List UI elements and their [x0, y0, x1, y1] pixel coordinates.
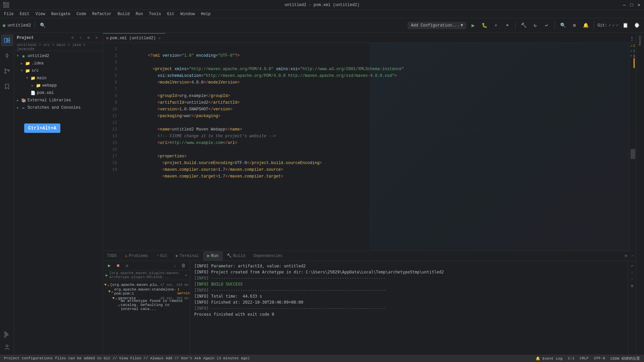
run-panel-header: ▶ ■ ↺ ↓ 🗑: [103, 261, 190, 270]
tree-item-pom[interactable]: 📄 pom.xml: [14, 89, 103, 97]
panel-minimize-btn[interactable]: —: [629, 253, 636, 259]
tree-item-idea[interactable]: ▶ 📁 .idea: [14, 60, 103, 67]
menu-item-view[interactable]: View: [33, 11, 48, 17]
sidebar-icon-structure[interactable]: [1, 328, 13, 341]
scrollbar-thumb[interactable]: [631, 149, 635, 159]
tab-git[interactable]: ⑂ Git: [153, 251, 172, 261]
tree-item-ext-libs[interactable]: ▶ 📚 External Libraries: [14, 97, 103, 104]
maximize-button[interactable]: □: [629, 3, 634, 7]
tree-item-main[interactable]: ▼ 📁 main: [14, 74, 103, 82]
run-rerun-btn[interactable]: ↺: [123, 262, 130, 269]
tab-run[interactable]: ▶ Run: [203, 251, 223, 261]
menu-item-code[interactable]: Code: [74, 11, 89, 17]
run-sidebar: ▶ ■ ↺ ↓ 🗑 ▶ [org.apache.maven.plugins:ma…: [103, 261, 190, 355]
tree-arrow: [25, 91, 30, 95]
sync-button[interactable]: ↻: [530, 21, 540, 30]
undo-button[interactable]: ↩: [542, 21, 551, 30]
notifications-button[interactable]: 🔔: [581, 21, 590, 30]
sidebar-icon-project[interactable]: [1, 34, 13, 46]
bottom-scroll-end-btn[interactable]: ↓: [629, 269, 636, 276]
vcs-button[interactable]: ⌚: [632, 21, 641, 30]
panel-settings-btn[interactable]: ⚙: [623, 253, 629, 259]
git-check3: ✓: [616, 23, 619, 28]
error-count-bar: ✓ 1: [630, 49, 635, 53]
pos-count: 1: [633, 54, 635, 58]
status-encoding[interactable]: UTF-8: [593, 356, 606, 360]
tree-arrow: ▼: [19, 68, 24, 73]
code-editor[interactable]: <?xml version="1.0" encoding="UTF-8"?> <…: [120, 43, 636, 251]
run-tree-item-3[interactable]: ⚠ No archetype found in remote catalog. …: [103, 302, 190, 308]
warning-count: 1: [633, 44, 635, 48]
run-tree: ▼ ⚠ [org.apache.maven.plugins:maven-arch…: [103, 280, 190, 355]
tab-problems[interactable]: ⚠ Problems: [121, 251, 153, 261]
run-tab-close[interactable]: ✕: [185, 273, 187, 277]
run-clear-btn[interactable]: 🗑: [180, 262, 187, 269]
status-position[interactable]: 1:1: [567, 356, 576, 360]
profile-button[interactable]: ⚡: [491, 21, 500, 30]
tree-item-root[interactable]: ▼ ◉ untitled2: [14, 52, 103, 60]
run-tree-item-1[interactable]: ▼ ⚠ org.apache.maven:standalone-pom:pom:…: [103, 288, 190, 295]
panel-tool-collapse[interactable]: ≡: [69, 35, 76, 41]
menu-item-file[interactable]: File: [1, 11, 16, 17]
project-name[interactable]: untitled2: [7, 23, 31, 28]
build-button[interactable]: 🔨: [519, 21, 528, 30]
svg-rect-10: [4, 332, 6, 333]
coverage-button[interactable]: ☂: [502, 21, 512, 30]
status-git-hint[interactable]: Project configurations files can be adde…: [3, 356, 251, 360]
panel-tool-sort[interactable]: ↕: [77, 35, 84, 41]
close-button[interactable]: ✕: [637, 3, 641, 7]
run-play-btn[interactable]: ▶: [106, 262, 113, 269]
tab-terminal[interactable]: ▶ Terminal: [172, 251, 203, 261]
menu-item-navigate[interactable]: Navigate: [48, 11, 73, 17]
maven-label[interactable]: Maven: [638, 34, 643, 47]
editor-tab-pom[interactable]: m pom.xml (untitled2) ✕: [103, 33, 165, 43]
search-everywhere-btn[interactable]: 🔍: [558, 21, 568, 30]
status-event-log[interactable]: 🔔 Event Log: [534, 356, 564, 361]
bottom-up-btn[interactable]: ↑: [629, 276, 636, 282]
sidebar-icon-commit[interactable]: [1, 50, 13, 62]
bottom-filter-btn[interactable]: ⊞: [629, 282, 636, 289]
debug-button[interactable]: 🐛: [480, 21, 489, 30]
menu-item-refactor[interactable]: Refactor: [90, 11, 114, 17]
run-scroll-btn[interactable]: ↓: [171, 262, 178, 269]
position-icon: ↑: [630, 54, 632, 58]
run-item-label-3: No archetype found in remote catalog. De…: [121, 299, 189, 311]
tab-close-button[interactable]: ✕: [157, 36, 162, 41]
history-button[interactable]: 📋: [621, 21, 630, 30]
menu-item-window[interactable]: Window: [178, 11, 198, 17]
run-item-warning-1: 1 warning: [177, 288, 190, 295]
run-tree-item-0[interactable]: ▼ ⚠ [org.apache.maven.plugins:maven-arch…: [103, 281, 190, 288]
menu-item-help[interactable]: Help: [198, 11, 213, 17]
sidebar-icon-pull-requests[interactable]: [1, 65, 13, 77]
panel-tool-hide[interactable]: ✕: [93, 35, 100, 41]
tree-item-scratches[interactable]: ▶ ✏ Scratches and Consoles: [14, 104, 103, 111]
settings-button[interactable]: ⚙: [570, 21, 579, 30]
minimize-button[interactable]: —: [622, 3, 627, 7]
scrollbar-track[interactable]: [630, 58, 635, 250]
run-button[interactable]: ▶: [468, 21, 478, 30]
tab-todo[interactable]: TODO: [103, 251, 121, 261]
recent-files-button[interactable]: ⋮: [628, 35, 636, 43]
menu-item-edit[interactable]: Edit: [17, 11, 32, 17]
status-line-sep[interactable]: CRLF: [579, 356, 590, 360]
tree-item-webapp[interactable]: ▶ 📁 webapp: [14, 82, 103, 89]
menu-item-run[interactable]: Run: [133, 11, 146, 17]
console-output[interactable]: [INFO] Parameter: artifactId, value: unt…: [190, 261, 628, 355]
menu-item-tools[interactable]: Tools: [146, 11, 164, 17]
bottom-wrap-btn[interactable]: ↩: [629, 262, 636, 269]
status-right-label[interactable]: CSDN 硅碑的位置: [609, 356, 641, 361]
menu-item-build[interactable]: Build: [115, 11, 132, 17]
check-icon: ✓: [630, 49, 632, 53]
svg-rect-12: [4, 336, 6, 338]
sidebar-icon-services[interactable]: [1, 341, 13, 353]
run-config-dropdown[interactable]: Add Configuration... ▼: [408, 22, 466, 29]
tab-build[interactable]: 🔨 Build: [223, 251, 250, 261]
panel-tool-settings[interactable]: ⚙: [85, 35, 92, 41]
tree-item-src[interactable]: ▼ 📁 src: [14, 67, 103, 74]
run-stop-btn[interactable]: ■: [114, 262, 122, 269]
menu-item-git[interactable]: Git: [164, 11, 177, 17]
tab-dependencies[interactable]: Dependencies: [250, 251, 287, 261]
sidebar-icon-bookmarks[interactable]: [1, 81, 13, 93]
toolbar-search-btn[interactable]: 🔍: [38, 21, 48, 30]
warn-icon-2: ⚠: [115, 296, 118, 301]
